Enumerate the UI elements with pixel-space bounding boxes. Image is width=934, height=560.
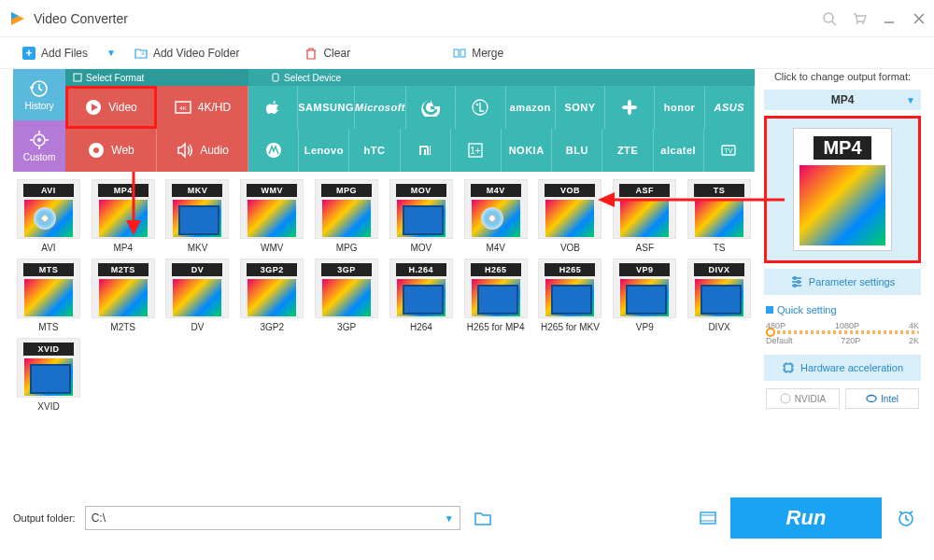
format-item-m4v[interactable]: M4VM4V <box>460 179 531 253</box>
svg-rect-20 <box>273 74 278 81</box>
format-item-divx[interactable]: DIVXDIVX <box>684 259 755 332</box>
format-label: MP4 <box>113 243 133 253</box>
output-format-select[interactable]: MP4 ▼ <box>764 90 921 110</box>
svg-point-30 <box>630 105 637 109</box>
format-item-mkv[interactable]: MKVMKV <box>163 179 234 253</box>
svg-point-2 <box>824 13 833 22</box>
brand-xiaomi[interactable] <box>401 129 451 172</box>
format-item-m2ts[interactable]: M2TSM2TS <box>88 259 159 332</box>
alarm-icon[interactable] <box>891 508 921 528</box>
brand-htc[interactable]: hTC <box>349 129 400 172</box>
category-web[interactable]: Web <box>65 129 157 172</box>
brand-lenovo[interactable]: Lenovo <box>299 129 349 172</box>
brand-oneplus[interactable]: 1+ <box>451 129 502 172</box>
format-item-h264[interactable]: H.264H264 <box>386 259 457 332</box>
format-label: MOV <box>410 243 432 253</box>
brand-honor[interactable]: honor <box>655 86 704 129</box>
format-item-mov[interactable]: MOVMOV <box>386 179 457 253</box>
format-label: VOB <box>560 243 580 253</box>
category-4khd[interactable]: 4K 4K/HD <box>157 86 248 129</box>
category-audio-label: Audio <box>200 144 229 157</box>
cart-icon[interactable] <box>852 11 867 26</box>
svg-rect-11 <box>460 49 465 57</box>
quality-slider[interactable] <box>766 330 919 334</box>
format-item-mp4[interactable]: MP4MP4 <box>88 179 159 253</box>
clear-label: Clear <box>323 47 350 60</box>
format-item-h265-for-mkv[interactable]: H265H265 for MKV <box>535 259 606 332</box>
format-item-h265-for-mp4[interactable]: H265H265 for MP4 <box>460 259 531 332</box>
brand-tv[interactable]: TV <box>704 129 755 172</box>
brand-google[interactable] <box>406 86 456 129</box>
open-folder-button[interactable] <box>470 506 496 530</box>
format-badge: 3GP2 <box>247 263 297 276</box>
search-icon[interactable] <box>822 11 837 26</box>
add-files-button[interactable]: + Add Files <box>13 43 97 63</box>
category-audio[interactable]: Audio <box>157 129 248 172</box>
custom-tab[interactable]: Custom <box>13 120 65 172</box>
clear-button[interactable]: Clear <box>295 43 360 63</box>
format-item-3gp[interactable]: 3GP3GP <box>311 259 382 332</box>
format-item-3gp2[interactable]: 3GP23GP2 <box>236 259 307 332</box>
format-item-ts[interactable]: TSTS <box>684 179 755 253</box>
parameter-settings-label: Parameter settings <box>809 276 895 287</box>
format-thumb: M4V <box>464 179 528 239</box>
format-badge: AVI <box>23 184 74 197</box>
brand-amazon[interactable]: amazon <box>506 86 556 129</box>
brand-motorola[interactable] <box>248 129 299 172</box>
format-art <box>545 279 594 316</box>
brand-blu[interactable]: BLU <box>552 129 602 172</box>
brand-asus[interactable]: ASUS <box>705 86 755 129</box>
mark-720p: 720P <box>841 336 860 345</box>
minimize-icon[interactable] <box>882 11 897 26</box>
brand-nokia[interactable]: NOKIA <box>502 129 552 172</box>
format-item-wmv[interactable]: WMVWMV <box>236 179 307 253</box>
format-thumb: XVID <box>17 338 80 398</box>
format-item-xvid[interactable]: XVIDXVID <box>13 338 84 412</box>
format-thumb: TS <box>687 179 751 239</box>
format-item-vob[interactable]: VOBVOB <box>535 179 606 253</box>
output-folder-combo[interactable]: C:\ ▼ <box>85 506 460 530</box>
merge-button[interactable]: Merge <box>444 43 513 63</box>
brand-zte[interactable]: ZTE <box>602 129 653 172</box>
svg-rect-59 <box>700 512 715 524</box>
format-item-vp9[interactable]: VP9VP9 <box>609 259 680 332</box>
mark-2k: 2K <box>909 336 919 345</box>
format-thumb: M2TS <box>92 259 155 318</box>
brand-alcatel[interactable]: alcatel <box>654 129 704 172</box>
brand-huawei[interactable] <box>605 86 655 129</box>
history-tab[interactable]: History <box>13 69 65 120</box>
slider-thumb[interactable] <box>766 328 775 337</box>
output-format-hint: Click to change output format: <box>764 69 921 84</box>
format-art <box>99 279 148 316</box>
format-item-asf[interactable]: ASFASF <box>609 179 680 253</box>
format-item-avi[interactable]: AVIAVI <box>13 179 84 253</box>
category-video[interactable]: Video <box>65 86 157 129</box>
svg-text:1+: 1+ <box>471 146 482 156</box>
format-art <box>397 200 446 237</box>
select-format-header: Select Format <box>65 69 248 86</box>
brand-lg[interactable] <box>456 86 505 129</box>
brand-microsoft[interactable]: Microsoft <box>355 86 406 129</box>
format-item-dv[interactable]: DVDV <box>163 259 234 332</box>
output-format-preview[interactable]: MP4 <box>764 116 921 263</box>
close-icon[interactable] <box>912 11 927 26</box>
add-files-dropdown-icon[interactable]: ▼ <box>106 48 116 58</box>
format-badge: MP4 <box>98 184 149 197</box>
hardware-acceleration-button[interactable]: Hardware acceleration <box>764 355 921 381</box>
parameter-settings-button[interactable]: Parameter settings <box>764 269 921 295</box>
brand-samsung[interactable]: SAMSUNG <box>298 86 355 129</box>
format-thumb: H265 <box>538 259 601 318</box>
run-button[interactable]: Run <box>730 497 882 539</box>
format-item-mpg[interactable]: MPGMPG <box>311 179 382 253</box>
format-label: M4V <box>486 243 505 253</box>
add-folder-button[interactable]: + Add Video Folder <box>125 43 249 63</box>
brand-apple[interactable] <box>248 86 298 129</box>
brand-sony[interactable]: SONY <box>556 86 605 129</box>
film-icon[interactable] <box>695 506 721 530</box>
category-4khd-label: 4K/HD <box>198 101 231 114</box>
format-item-mts[interactable]: MTSMTS <box>13 259 84 332</box>
run-label: Run <box>786 506 827 530</box>
format-thumb: 3GP <box>315 259 378 318</box>
svg-point-45 <box>794 277 797 280</box>
format-art <box>173 200 221 237</box>
